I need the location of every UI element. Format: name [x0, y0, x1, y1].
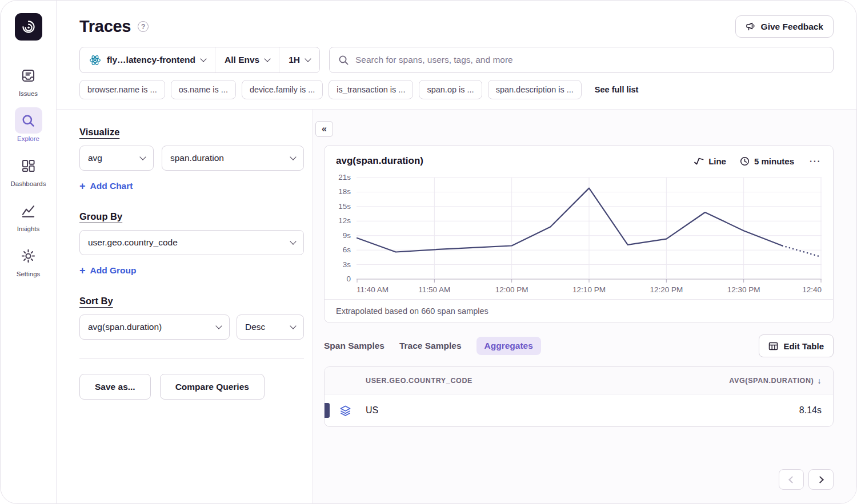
- column-header-country[interactable]: USER.GEO.COUNTRY_CODE: [366, 377, 729, 385]
- page-filter-control: fly…latency-frontend All Envs 1H: [79, 47, 320, 73]
- clock-icon: [740, 156, 750, 166]
- time-period-value: 1H: [289, 55, 300, 65]
- sort-field-value: avg(span.duration): [88, 322, 162, 332]
- insights-icon: [21, 203, 36, 219]
- compare-queries-button[interactable]: Compare Queries: [160, 374, 265, 400]
- line-chart-icon: [694, 157, 704, 166]
- gear-icon: [21, 248, 36, 264]
- chart-interval-selector[interactable]: 5 minutes: [740, 156, 794, 166]
- group-by-value: user.geo.country_code: [88, 237, 178, 248]
- project-selector[interactable]: fly…latency-frontend: [80, 47, 215, 72]
- collapse-panel-button[interactable]: «: [315, 121, 333, 137]
- tab-trace-samples[interactable]: Trace Samples: [399, 337, 462, 355]
- field-select[interactable]: span.duration: [162, 146, 304, 171]
- chevron-down-icon: [290, 238, 296, 244]
- tab-span-samples[interactable]: Span Samples: [324, 337, 385, 355]
- group-by-select[interactable]: user.geo.country_code: [79, 230, 304, 255]
- chart-overflow-menu[interactable]: ⋯: [808, 155, 822, 167]
- filter-chip-browser-name[interactable]: browser.name is ...: [79, 80, 165, 99]
- chart-title: avg(span.duration): [336, 155, 423, 167]
- chart-type-label: Line: [708, 156, 726, 166]
- chevron-down-icon: [215, 322, 222, 329]
- sidebar-item-settings[interactable]: Settings: [15, 243, 42, 277]
- give-feedback-label: Give Feedback: [761, 22, 823, 32]
- series-color-swatch: [324, 403, 330, 418]
- sentry-logo[interactable]: [15, 13, 42, 41]
- see-full-list-button[interactable]: See full list: [587, 80, 646, 99]
- sort-direction-select[interactable]: Desc: [237, 315, 304, 340]
- chart-y-axis: 03s6s9s12s15s18s21s: [331, 176, 357, 284]
- body-split: Visualize avg span.duration + Add Chart …: [57, 110, 856, 503]
- chevron-right-icon: [816, 476, 824, 483]
- save-as-button[interactable]: Save as...: [79, 374, 151, 400]
- aggregate-select[interactable]: avg: [79, 146, 154, 171]
- page-header: Traces ? Give Feedback: [57, 1, 856, 110]
- chevron-down-icon: [290, 154, 296, 160]
- edit-table-button[interactable]: Edit Table: [759, 334, 834, 357]
- search-icon: [338, 55, 349, 66]
- tab-aggregates[interactable]: Aggregates: [476, 337, 541, 355]
- sentry-logo-icon: [19, 18, 38, 36]
- next-page-button[interactable]: [808, 469, 834, 490]
- results-tabs: Span Samples Trace Samples Aggregates Ed…: [324, 334, 834, 357]
- give-feedback-button[interactable]: Give Feedback: [735, 15, 834, 38]
- sidebar-item-dashboards[interactable]: Dashboards: [10, 152, 46, 187]
- add-group-button[interactable]: + Add Group: [79, 265, 136, 276]
- filter-bar: fly…latency-frontend All Envs 1H: [79, 47, 834, 73]
- sidebar-label-settings: Settings: [17, 271, 41, 277]
- sidebar-item-explore[interactable]: Explore: [15, 107, 42, 142]
- filter-chip-is-transaction[interactable]: is_transaction is ...: [329, 80, 413, 99]
- line-chart: [357, 176, 822, 284]
- previous-page-button[interactable]: [779, 469, 804, 490]
- environment-selector[interactable]: All Envs: [215, 47, 279, 72]
- chart-x-axis: 11:40 AM11:50 AM12:00 PM12:10 PM12:20 PM…: [357, 285, 822, 298]
- chart-footer-note: Extrapolated based on 660 span samples: [325, 299, 833, 322]
- sort-desc-icon: ↓: [817, 376, 822, 385]
- table-row[interactable]: US 8.14s: [325, 394, 833, 426]
- chevron-down-icon: [290, 322, 296, 329]
- sidebar-label-dashboards: Dashboards: [10, 180, 46, 187]
- add-chart-label: Add Chart: [90, 181, 133, 191]
- sidebar: Issues Explore: [1, 1, 57, 503]
- chart-interval-label: 5 minutes: [754, 156, 794, 166]
- add-chart-button[interactable]: + Add Chart: [79, 181, 133, 191]
- sidebar-label-issues: Issues: [19, 90, 38, 97]
- sort-direction-value: Desc: [245, 322, 265, 332]
- chevron-down-icon: [305, 55, 311, 62]
- search-input[interactable]: [355, 55, 824, 65]
- chart-plot: [357, 176, 822, 284]
- filter-chip-device-family[interactable]: device.family is ...: [242, 80, 323, 99]
- divider: [79, 358, 304, 359]
- chevron-left-icon: [788, 476, 796, 483]
- help-icon[interactable]: ?: [138, 21, 149, 32]
- sidebar-label-insights: Insights: [17, 225, 40, 232]
- sidebar-item-issues[interactable]: Issues: [15, 62, 42, 97]
- filter-chips: browser.name is ... os.name is ... devic…: [79, 80, 834, 109]
- chevron-down-icon: [265, 55, 271, 62]
- group-by-heading: Group By: [79, 211, 304, 222]
- app-window: Issues Explore: [0, 0, 857, 504]
- cell-country-code: US: [366, 405, 799, 416]
- sidebar-label-explore: Explore: [17, 135, 39, 142]
- filter-chip-os-name[interactable]: os.name is ...: [171, 80, 236, 99]
- layers-icon: [339, 405, 351, 417]
- plus-icon: +: [79, 265, 86, 276]
- column-header-value[interactable]: AVG(SPAN.DURATION) ↓: [729, 376, 833, 385]
- chart-area: 03s6s9s12s15s18s21s 11:40 AM11:50 AM12:0…: [325, 171, 833, 299]
- chevron-down-icon: [139, 154, 146, 160]
- sidebar-item-insights[interactable]: Insights: [15, 197, 42, 232]
- field-value: span.duration: [170, 153, 224, 163]
- environment-selector-value: All Envs: [225, 55, 259, 65]
- chart-type-selector[interactable]: Line: [694, 156, 726, 166]
- table-header-row: USER.GEO.COUNTRY_CODE AVG(SPAN.DURATION)…: [325, 367, 833, 394]
- filter-chip-span-op[interactable]: span.op is ...: [419, 80, 482, 99]
- react-project-icon: [89, 54, 101, 66]
- filter-chip-span-description[interactable]: span.description is ...: [488, 80, 582, 99]
- query-panel: Visualize avg span.duration + Add Chart …: [57, 110, 313, 503]
- chevron-down-icon: [200, 55, 206, 62]
- sort-field-select[interactable]: avg(span.duration): [79, 315, 230, 340]
- search-icon: [21, 113, 36, 128]
- aggregates-table: USER.GEO.COUNTRY_CODE AVG(SPAN.DURATION)…: [324, 366, 834, 427]
- time-period-selector[interactable]: 1H: [279, 47, 319, 72]
- page-title: Traces: [79, 17, 131, 36]
